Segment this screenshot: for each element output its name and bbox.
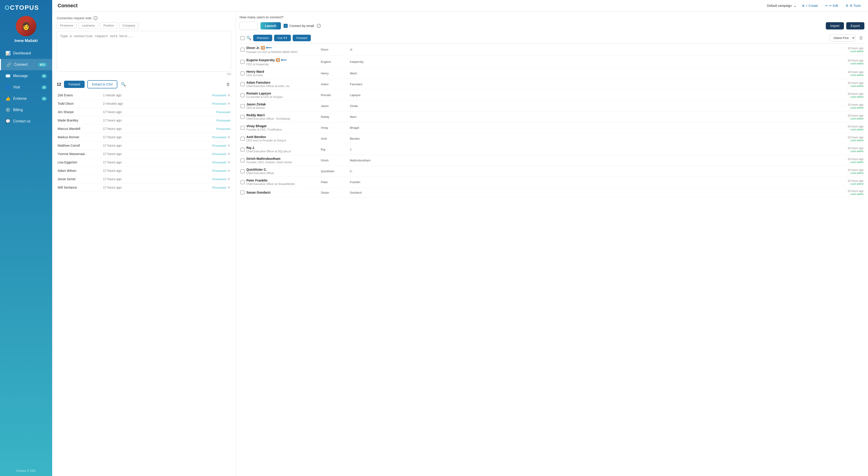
lead-time: 18 hours ago bbox=[841, 81, 864, 84]
lead-last-name: Lapeyre bbox=[350, 93, 379, 97]
launch-button[interactable]: Launch bbox=[260, 22, 281, 30]
queue-item-name: Adam Wilson bbox=[58, 169, 103, 172]
lead-name: Adam Famularo bbox=[246, 81, 319, 84]
lead-row[interactable]: Adam Famularo Chief Executive Officer at… bbox=[240, 79, 864, 90]
export-button[interactable]: Export bbox=[846, 22, 864, 30]
sidebar-item-connect[interactable]: 🔗 Connect 971 bbox=[0, 59, 52, 70]
forward-leads-button[interactable]: Forward bbox=[293, 35, 311, 41]
tools-button[interactable]: ⚙ ⚙ Tools bbox=[844, 3, 863, 8]
edit-button[interactable]: ✏ ✏ Edit bbox=[824, 3, 840, 8]
message-badge: 0 bbox=[41, 74, 47, 78]
extract-csv-button[interactable]: Extract to CSV bbox=[87, 80, 117, 89]
sidebar-item-endorse[interactable]: 👍 Endorse 0 bbox=[0, 93, 52, 104]
lead-last-name: C. bbox=[350, 170, 379, 173]
lead-last-name: Kaspersky bbox=[350, 60, 379, 64]
sidebar-item-label: Billing bbox=[13, 108, 23, 112]
lead-row[interactable]: Jason Zintak CEO at 6sense Jason Zintak … bbox=[240, 101, 864, 111]
lead-checkbox[interactable] bbox=[241, 115, 245, 119]
note-textarea[interactable] bbox=[57, 31, 231, 72]
lead-last-name: Ward bbox=[350, 72, 379, 75]
lead-first-name: Henry bbox=[321, 72, 348, 75]
lead-time: 18 hours ago bbox=[841, 179, 864, 182]
lead-row[interactable]: Romain Lapeyre Co-founder & CEO at Gorgi… bbox=[240, 90, 864, 101]
position-tag[interactable]: Position bbox=[100, 23, 117, 29]
lead-status: Lead added bbox=[841, 172, 864, 174]
lead-row[interactable]: Henry Ward CEO at Carta Henry Ward 18 ho… bbox=[240, 68, 864, 79]
firstname-tag[interactable]: Firstname bbox=[57, 23, 77, 29]
lead-info: Adam Famularo Chief Executive Officer at… bbox=[246, 81, 319, 88]
user-count-input[interactable] bbox=[240, 22, 258, 30]
lead-name: Dixon Jr. 📧 ⟵ bbox=[246, 45, 319, 50]
email-icon: ✉ bbox=[227, 152, 230, 156]
create-button[interactable]: ⊕ + Create bbox=[800, 3, 820, 8]
lead-checkbox[interactable] bbox=[241, 104, 245, 108]
queue-item-status: Processed ✉ bbox=[212, 93, 230, 97]
queue-item-name: Markus Renner bbox=[58, 135, 103, 139]
table-delete-icon[interactable]: 🗑 bbox=[859, 35, 864, 41]
lead-checkbox[interactable] bbox=[241, 47, 245, 52]
lead-checkbox[interactable] bbox=[241, 180, 245, 184]
message-icon: ✉️ bbox=[5, 73, 10, 78]
sidebar-item-label: Connect bbox=[14, 63, 28, 67]
lead-name: Vinay Bhagat bbox=[246, 124, 319, 128]
lead-row[interactable]: Peter Franklin Chief Executive Officer a… bbox=[240, 177, 864, 188]
campaign-selector[interactable]: Default campaign ⌄ bbox=[767, 3, 797, 8]
sort-select[interactable]: Oldest First bbox=[830, 34, 855, 41]
content-area: Connection request note: i Firstname Las… bbox=[52, 11, 868, 476]
forward-queue-button[interactable]: Forward bbox=[64, 81, 85, 88]
lead-last-name: Goodarzi bbox=[350, 191, 379, 194]
lead-row[interactable]: Sasan Goodarzi Sasan Goodarzi 18 hours a… bbox=[240, 188, 864, 197]
search-queue-icon[interactable]: 🔍 bbox=[120, 81, 127, 88]
connect-email-info-icon[interactable]: i bbox=[317, 24, 321, 28]
lead-row[interactable]: Vinay Bhagat Founder & CEO, TrustRadius … bbox=[240, 123, 864, 133]
sidebar-item-billing[interactable]: ⚙️ Billing bbox=[0, 104, 52, 115]
sidebar-item-message[interactable]: ✉️ Message 0 bbox=[0, 70, 52, 81]
lead-checkbox[interactable] bbox=[241, 93, 245, 97]
email-icon: ✉ bbox=[227, 161, 230, 164]
delete-queue-icon[interactable]: 🗑 bbox=[225, 81, 231, 88]
lead-checkbox[interactable] bbox=[241, 71, 245, 75]
lead-row[interactable]: Dixon Jr. 📧 ⟵ Founder Co CEO at ROMAN DB… bbox=[240, 43, 864, 56]
lead-checkbox[interactable] bbox=[241, 137, 245, 141]
lead-last-name: J. bbox=[350, 148, 379, 151]
contact-icon: 💬 bbox=[5, 119, 10, 124]
premium-filter-button[interactable]: Premium bbox=[253, 35, 272, 41]
lead-row[interactable]: Girish Mathrubootham Founder, CEO, Inves… bbox=[240, 155, 864, 166]
queue-item-name: Lisa Eggerton bbox=[58, 161, 103, 164]
company-tag[interactable]: Company bbox=[119, 23, 138, 29]
lead-time: 18 hours ago bbox=[841, 114, 864, 117]
lead-checkbox[interactable] bbox=[241, 159, 245, 163]
lead-checkbox[interactable] bbox=[241, 147, 245, 151]
lastname-tag[interactable]: Lastname bbox=[79, 23, 98, 29]
lead-row[interactable]: Quicklister C. Chief Executive Officer. … bbox=[240, 166, 864, 177]
queue-item-status: Processed ✉ bbox=[212, 144, 230, 147]
select-all-checkbox[interactable] bbox=[241, 36, 245, 40]
queue-item-time: 17 hours ago bbox=[103, 110, 139, 114]
lead-checkbox[interactable] bbox=[241, 126, 245, 130]
connect-email-checkbox[interactable]: ✓ bbox=[284, 24, 288, 28]
lead-checkbox[interactable] bbox=[241, 60, 245, 64]
lead-meta: 18 hours ago Lead added bbox=[841, 92, 864, 98]
lead-first-name: Quicklister bbox=[321, 170, 348, 173]
cut-button[interactable]: Cut ⬆⬇ bbox=[274, 35, 291, 41]
lead-row[interactable]: Amit Bendov CEO and Co-Founder at Gong.i… bbox=[240, 133, 864, 144]
queue-item-name: Wade Brantley bbox=[58, 118, 103, 122]
lead-checkbox[interactable] bbox=[241, 82, 245, 87]
lead-row[interactable]: Eugene Kaspersky 📧 ⟵ CEO at Kaspersky Eu… bbox=[240, 56, 864, 68]
lead-last-name: Marri bbox=[350, 115, 379, 118]
info-icon[interactable]: i bbox=[93, 16, 98, 20]
lead-checkbox[interactable] bbox=[241, 191, 245, 195]
table-search-icon[interactable]: 🔍 bbox=[246, 36, 251, 41]
sidebar-item-contact[interactable]: 💬 Contact us bbox=[0, 115, 52, 127]
import-button[interactable]: Import bbox=[826, 22, 844, 30]
sidebar-item-visit[interactable]: 👤 Visit 0 bbox=[0, 81, 52, 93]
lead-row[interactable]: Raj J. Chief Executive Officer at DQLabs… bbox=[240, 144, 864, 155]
lead-checkbox[interactable] bbox=[241, 169, 245, 173]
email-icon: ✉ bbox=[227, 169, 230, 172]
lead-info: Amit Bendov CEO and Co-Founder at Gong.i… bbox=[246, 135, 319, 142]
queue-row: Jim Sharpe 17 hours ago Processed bbox=[57, 108, 231, 116]
lead-meta: 18 hours ago Lead added bbox=[841, 103, 864, 109]
queue-item-name: Zeb Evans bbox=[58, 93, 103, 97]
sidebar-item-dashboard[interactable]: 📊 Dashboard bbox=[0, 47, 52, 59]
lead-row[interactable]: Reddy Marri Chief Executive Officer - Ev… bbox=[240, 111, 864, 123]
